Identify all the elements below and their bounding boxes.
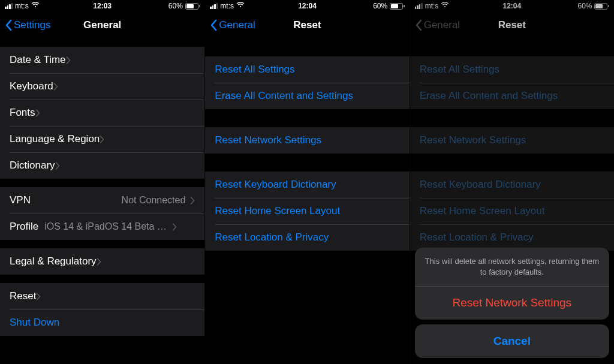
- clock: 12:04: [298, 2, 317, 10]
- row-language-region[interactable]: Language & Region: [0, 126, 204, 152]
- status-bar: mt:s 12:03 60%: [0, 0, 204, 12]
- back-button[interactable]: Settings: [5, 19, 50, 31]
- battery-icon: [390, 3, 405, 10]
- page-title: General: [83, 19, 121, 31]
- confirm-reset-network-button[interactable]: Reset Network Settings: [415, 286, 609, 320]
- wifi-icon: [236, 2, 245, 9]
- row-reset[interactable]: Reset: [0, 283, 204, 309]
- back-button[interactable]: General: [210, 19, 255, 31]
- wifi-icon: [31, 2, 40, 9]
- carrier-label: mt:s: [220, 2, 234, 10]
- battery-percent: 60%: [373, 2, 387, 10]
- back-label: General: [219, 19, 255, 31]
- chevron-left-icon: [5, 19, 12, 31]
- chevron-left-icon: [210, 19, 217, 31]
- row-fonts[interactable]: Fonts: [0, 100, 204, 126]
- nav-bar: Settings General: [0, 12, 204, 38]
- clock: 12:03: [93, 2, 112, 10]
- action-sheet: This will delete all network settings, r…: [415, 248, 609, 358]
- screen-general: mt:s 12:03 60% Settings General Date & T…: [0, 0, 204, 364]
- chevron-right-icon: [36, 293, 41, 300]
- carrier-label: mt:s: [15, 2, 29, 10]
- battery-icon: [185, 3, 200, 10]
- screen-reset-confirm: mt:s 12:04 60% General Reset Reset All S…: [410, 0, 614, 364]
- row-reset-all-settings[interactable]: Reset All Settings: [205, 56, 409, 83]
- row-vpn[interactable]: VPNNot Connected: [0, 187, 204, 213]
- chevron-right-icon: [172, 223, 177, 231]
- chevron-right-icon: [53, 83, 58, 91]
- chevron-right-icon: [97, 258, 101, 266]
- row-shutdown[interactable]: Shut Down: [0, 309, 204, 336]
- chevron-right-icon: [66, 56, 71, 64]
- row-reset-home-layout[interactable]: Reset Home Screen Layout: [205, 198, 409, 224]
- page-title: Reset: [293, 19, 321, 31]
- row-erase-all[interactable]: Erase All Content and Settings: [205, 83, 409, 109]
- row-reset-network[interactable]: Reset Network Settings: [205, 127, 409, 154]
- signal-icon: [210, 3, 218, 9]
- signal-icon: [5, 3, 13, 9]
- row-dictionary[interactable]: Dictionary: [0, 152, 204, 179]
- vpn-status: Not Connected: [122, 195, 186, 206]
- chevron-right-icon: [35, 109, 40, 117]
- chevron-right-icon: [190, 197, 195, 204]
- row-legal[interactable]: Legal & Regulatory: [0, 248, 204, 275]
- chevron-right-icon: [100, 136, 104, 143]
- row-reset-keyboard-dict[interactable]: Reset Keyboard Dictionary: [205, 172, 409, 198]
- cancel-button[interactable]: Cancel: [415, 324, 609, 358]
- nav-bar: General Reset: [205, 12, 409, 38]
- profile-value: iOS 14 & iPadOS 14 Beta Softwar...: [44, 221, 167, 232]
- chevron-right-icon: [55, 162, 60, 170]
- back-label: Settings: [14, 19, 50, 31]
- sheet-message: This will delete all network settings, r…: [415, 248, 609, 285]
- row-reset-location-privacy[interactable]: Reset Location & Privacy: [205, 224, 409, 251]
- screen-reset: mt:s 12:04 60% General Reset Reset All S…: [204, 0, 409, 364]
- status-bar: mt:s 12:04 60%: [205, 0, 409, 12]
- row-date-time[interactable]: Date & Time: [0, 47, 204, 73]
- battery-percent: 60%: [168, 2, 183, 10]
- row-profile[interactable]: ProfileiOS 14 & iPadOS 14 Beta Softwar..…: [0, 213, 204, 240]
- row-keyboard[interactable]: Keyboard: [0, 73, 204, 100]
